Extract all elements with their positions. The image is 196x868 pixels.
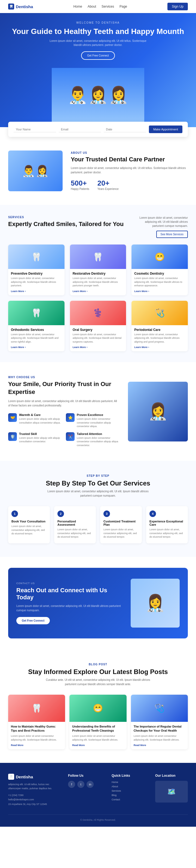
- facebook-icon[interactable]: f: [68, 781, 75, 788]
- why-image: 👩‍⚕️: [128, 382, 188, 441]
- contact-section: Contact Us Reach Out and Connect with Us…: [8, 568, 188, 639]
- footer-logo-text: Dentisha: [16, 775, 33, 779]
- service-body-periodontal: Periodontal Care Lorem ipsum dolor sit a…: [132, 325, 188, 351]
- step-num-2: 2: [57, 510, 64, 517]
- read-more-2[interactable]: Read More: [72, 744, 123, 747]
- service-name-oral-surgery: Oral Surgery: [73, 328, 123, 332]
- service-body-restorative: Restorative Dentistry Lorem ipsum dolor …: [70, 269, 126, 295]
- service-text-preventive: Lorem ipsum dolor sit amet, consectetur …: [11, 277, 62, 288]
- blog-img-2: 😁: [69, 695, 126, 722]
- hero-welcome-text: Welcome to Dentisha: [76, 21, 119, 24]
- learn-more-preventive[interactable]: Learn More ›: [11, 290, 62, 292]
- about-image: 👨‍⚕️👩‍⚕️: [8, 151, 63, 191]
- service-card-cosmetic: 😁 Cosmetic Dentistry Lorem ipsum dolor s…: [132, 245, 188, 295]
- why-feature-attention: ✂️ Tailored Attention Lorem ipsum dolor …: [66, 432, 120, 447]
- nav-services[interactable]: Services: [102, 5, 114, 8]
- read-more-3[interactable]: Read More: [134, 744, 185, 747]
- contact-tag: Contact Us: [16, 582, 125, 585]
- nav-links: Home About Services Page: [74, 5, 127, 8]
- why-description: Lorem ipsum dolor sit amet, consectetur …: [8, 399, 120, 408]
- skill-icon: 🛡️: [8, 432, 17, 441]
- service-text-oral-surgery: Lorem ipsum dolor sit amet, consectetur …: [73, 333, 123, 344]
- blog-card-3: 🩺 The Importance of Regular Dental Check…: [131, 695, 188, 749]
- footer: 🦷 Dentisha adipiscing elit. Ut elit tell…: [0, 763, 196, 827]
- learn-more-periodontal[interactable]: Learn More ›: [134, 346, 185, 348]
- step-num-4: 4: [149, 510, 156, 517]
- learn-more-cosmetic[interactable]: Learn More ›: [134, 290, 185, 292]
- about-title: Your Trusted Dental Care Partner: [71, 156, 188, 163]
- nav-page[interactable]: Page: [119, 5, 127, 8]
- stat-patients-num: 500+: [71, 179, 89, 187]
- learn-more-orthodontic[interactable]: Learn More ›: [11, 346, 62, 348]
- service-card-oral-surgery: ⚕️ Oral Surgery Lorem ipsum dolor sit am…: [70, 301, 126, 351]
- why-content: Why Choose Us Your Smile, Our Priority T…: [8, 376, 120, 447]
- blog-grid: 🦷 How to Maintain Healthy Gums: Tips and…: [8, 695, 188, 749]
- warmth-icon: 🤝: [8, 413, 17, 422]
- service-img-preventive: 🦷: [8, 245, 64, 269]
- make-appointment-button[interactable]: Make Appointment: [149, 125, 183, 133]
- signup-button[interactable]: Sign Up: [167, 3, 188, 10]
- attention-icon: ✂️: [66, 432, 75, 441]
- blog-body-2: Understanding the Benefits of Profession…: [69, 722, 126, 749]
- blog-title-2: Understanding the Benefits of Profession…: [72, 724, 123, 733]
- service-img-periodontal: 🩺: [132, 301, 188, 325]
- blog-card-1: 🦷 How to Maintain Healthy Gums: Tips and…: [8, 695, 65, 749]
- why-feature-excellence: ⭐ Proven Excellence Lorem ipsum dolor co…: [66, 413, 120, 428]
- blog-description: Curabitur ante. Ut elit sit amet, consec…: [44, 678, 152, 686]
- date-input[interactable]: [104, 127, 146, 132]
- step-num-1: 1: [11, 510, 18, 517]
- footer-location-col: Our Location 🗺️: [155, 774, 188, 806]
- read-more-1[interactable]: Read More: [11, 744, 62, 747]
- step-card-1: 1 Book Your Consultation Lorem ipsum dol…: [8, 506, 50, 544]
- learn-more-restorative[interactable]: Learn More ›: [73, 290, 123, 292]
- hero-title: Your Guide to Healthy Teeth and Happy Mo…: [12, 27, 184, 36]
- footer-address: 15 Anywhere St, Any City ST 12345: [8, 802, 57, 806]
- blog-text-1: Lorem ipsum dolor sit amet consectetur a…: [11, 734, 62, 742]
- hero-cta-button[interactable]: Get Free Connect: [81, 51, 115, 60]
- service-body-oral-surgery: Oral Surgery Lorem ipsum dolor sit amet,…: [70, 325, 126, 351]
- footer-social-icons: f t in: [68, 781, 101, 788]
- footer-link-home[interactable]: Home: [112, 781, 144, 783]
- linkedin-icon[interactable]: in: [87, 781, 94, 788]
- stat-experience: 20+ Years Experience: [97, 179, 119, 190]
- service-body-orthodontic: Orthodontic Services Lorem ipsum dolor s…: [8, 325, 64, 351]
- email-input[interactable]: [59, 127, 101, 132]
- contact-content: Contact Us Reach Out and Connect with Us…: [16, 582, 125, 624]
- name-input[interactable]: [13, 127, 56, 132]
- stat-patients: 500+ Happy Patients: [71, 179, 89, 190]
- service-card-restorative: 🦷 Restorative Dentistry Lorem ipsum dolo…: [70, 245, 126, 295]
- step-card-2: 2 Personalized Assessment Lorem ipsum do…: [54, 506, 96, 544]
- blog-card-2: 😁 Understanding the Benefits of Professi…: [69, 695, 126, 749]
- blog-title-1: How to Maintain Healthy Gums: Tips and B…: [11, 724, 62, 733]
- nav-about[interactable]: About: [88, 5, 96, 8]
- hero-section: Welcome to Dentisha Your Guide to Health…: [0, 13, 196, 127]
- service-card-orthodontic: 🦷 Orthodontic Services Lorem ipsum dolor…: [8, 301, 64, 351]
- blog-text-3: Lorem ipsum dolor sit amet consectetur a…: [134, 734, 185, 742]
- step-text-4: Lorem ipsum dolor sit amet, consectetur …: [149, 528, 185, 539]
- contact-cta-button[interactable]: Get Free Connect: [16, 617, 50, 624]
- about-section: 👨‍⚕️👩‍⚕️ About Us Your Trusted Dental Ca…: [0, 137, 196, 205]
- about-tag: About Us: [71, 151, 188, 154]
- footer-link-about[interactable]: About: [112, 785, 144, 788]
- excellence-title: Proven Excellence: [77, 413, 120, 416]
- why-feature-warmth: 🤝 Warmth & Care Lorem ipsum dolor aliqui…: [8, 413, 62, 428]
- learn-more-oral-surgery[interactable]: Learn More ›: [73, 346, 123, 348]
- blog-title: Stay Informed Explore Our Latest Blog Po…: [8, 668, 188, 676]
- footer-link-contact[interactable]: Contact: [112, 798, 144, 801]
- why-feature-skill: 🛡️ Trusted Skill Lorem ipsum dolor aliqu…: [8, 432, 62, 447]
- footer-follow-title: Follow Us: [68, 774, 101, 778]
- nav-logo[interactable]: 🦷 Dentisha: [8, 3, 33, 9]
- twitter-icon[interactable]: t: [77, 781, 84, 788]
- why-feature-attention-text: Tailored Attention Lorem ipsum dolor con…: [77, 432, 120, 447]
- nav-home[interactable]: Home: [74, 5, 82, 8]
- stat-patients-label: Happy Patients: [71, 187, 89, 190]
- see-services-button[interactable]: See More Services: [156, 231, 188, 238]
- stats-container: 500+ Happy Patients 20+ Years Experience: [71, 179, 188, 190]
- service-img-orthodontic: 🦷: [8, 301, 64, 325]
- service-text-orthodontic: Lorem ipsum dolor sit amet, consectetur …: [11, 333, 62, 344]
- service-img-cosmetic: 😁: [132, 245, 188, 269]
- footer-link-blog[interactable]: Blog: [112, 794, 144, 797]
- footer-contact: +1 (234) 7290 hello@dentishapro.com 15 A…: [8, 793, 57, 806]
- doctors-placeholder: 👨‍⚕️👩‍⚕️👩‍⚕️: [52, 68, 144, 122]
- footer-link-services[interactable]: Services: [112, 789, 144, 792]
